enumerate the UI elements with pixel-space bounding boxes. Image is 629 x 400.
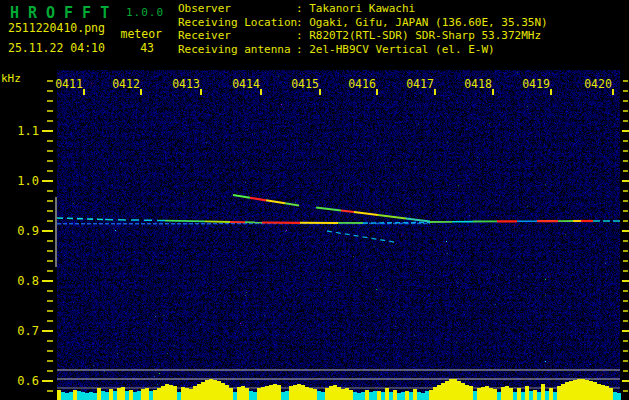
signal-level-bar [229,388,233,400]
separator: : [296,29,309,42]
signal-level-bar [365,390,369,400]
freq-tick-label: 0.8 [17,274,39,288]
signal-level-bar [369,392,373,400]
time-tick-label: 0412 [112,77,140,91]
signal-level-bar [353,392,357,400]
signal-level-bar [133,392,137,400]
signal-level-bar [449,379,453,400]
signal-level-bar [377,391,381,400]
signal-level-bar [357,393,361,400]
signal-level-bar [533,390,537,400]
time-tick-label: 0414 [232,77,260,91]
signal-level-bar [453,379,457,400]
signal-level-bar [521,392,525,400]
spectrogram-trace [363,223,430,224]
signal-level-bar [553,392,557,400]
signal-level-bar [69,392,73,400]
signal-level-bar [57,390,61,400]
station-value: R820T2(RTL-SDR) SDR-Sharp 53.372MHz [309,29,541,42]
signal-level-bar [217,381,221,400]
signal-level-bar [389,392,393,400]
signal-level-bar [89,392,93,400]
signal-level-bar [457,381,461,400]
signal-level-bar [197,384,201,400]
signal-level-bar [209,379,213,400]
signal-level-bar [225,385,229,400]
meteor-echo-count: 43 [116,41,154,55]
signal-level-bar [201,382,205,400]
signal-level-bar [565,382,569,400]
signal-level-bar [261,387,265,400]
signal-level-bar [425,391,429,400]
signal-level-bar [409,392,413,400]
signal-level-bar [469,386,473,400]
signal-level-bar [297,384,301,400]
signal-level-bar [93,393,97,400]
signal-level-bar [509,388,513,400]
separator: : [296,16,309,29]
app-version: 1.0.0 [126,6,164,19]
signal-level-bar [77,391,81,400]
station-label: Receiver [178,29,296,43]
signal-level-bar [277,385,281,400]
signal-level-bar [429,390,433,400]
signal-level-bar [537,392,541,400]
signal-level-bar [585,380,589,400]
signal-level-bar [361,392,365,400]
signal-level-bar [233,392,237,400]
signal-level-bar [97,388,101,400]
signal-level-bar [445,381,449,400]
signal-level-bar [489,388,493,400]
spectrogram-trace [205,221,230,222]
signal-level-bar [501,387,505,400]
freq-tick-label: 0.9 [17,224,39,238]
signal-level-bar [313,389,317,400]
observation-mode-label: meteor [116,27,162,41]
freq-tick-label: 1.1 [17,124,39,138]
signal-level-bar [249,391,253,400]
signal-level-bar [497,392,501,400]
signal-level-bar [113,391,117,400]
signal-level-bar [193,386,197,400]
signal-level-bar [165,384,169,400]
signal-level-bar [541,384,545,400]
signal-level-bar [149,391,153,400]
separator: : [296,43,309,56]
signal-level-bar [593,382,597,400]
signal-level-bar [485,386,489,400]
signal-level-bar [465,385,469,400]
signal-level-bar [65,393,69,400]
spectrogram-trace [341,211,354,213]
signal-level-bar [421,393,425,400]
signal-level-bar [481,387,485,400]
station-value: Takanori Kawachi [309,2,415,15]
signal-level-bar [253,392,257,400]
time-tick-label: 0413 [172,77,200,91]
signal-level-bar [589,381,593,400]
separator: : [296,2,309,15]
spectrogram-noise-field [57,70,620,400]
app-title: HROFFT [10,4,118,22]
time-tick-label: 0411 [55,77,83,91]
signal-level-bar [573,380,577,400]
signal-level-bar [549,388,553,400]
station-info: Observer: Takanori Kawachi Receiving Loc… [178,2,548,56]
signal-level-bar [245,388,249,400]
signal-level-bar [293,385,297,400]
signal-level-bar [269,385,273,400]
signal-level-bar [145,388,149,400]
signal-level-bar [109,389,113,400]
signal-level-bar [601,385,605,400]
time-tick-label: 0420 [584,77,612,91]
station-row-location: Receiving Location: Ogaki, Gifu, JAPAN (… [178,16,548,30]
signal-level-bar [373,391,377,400]
signal-level-bar [157,388,161,400]
time-tick-label: 0416 [348,77,376,91]
signal-level-bar [177,392,181,400]
time-tick-label: 0415 [291,77,319,91]
signal-level-bar [505,386,509,400]
signal-level-bar [81,392,85,400]
spectrogram-trace [165,221,205,222]
signal-level-bar [557,386,561,400]
signal-level-bar [241,386,245,400]
